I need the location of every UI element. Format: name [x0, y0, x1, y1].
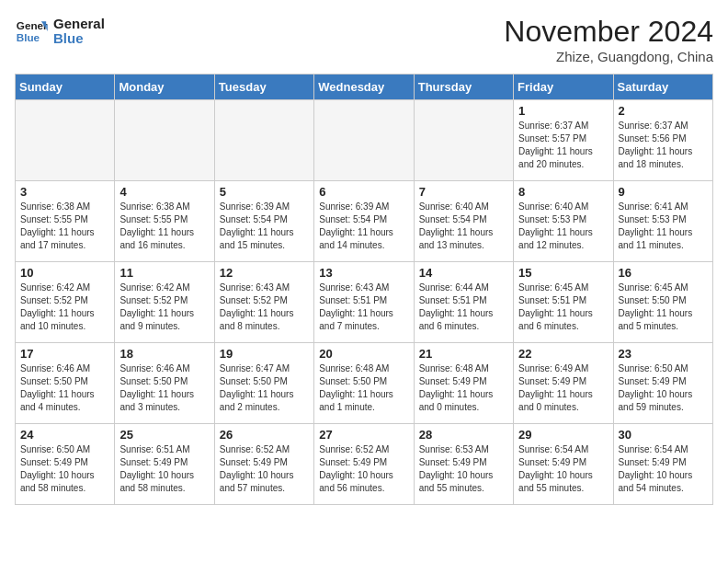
calendar-table: SundayMondayTuesdayWednesdayThursdayFrid… — [15, 74, 713, 505]
day-number: 14 — [419, 266, 508, 280]
day-cell: 5Sunrise: 6:39 AMSunset: 5:54 PMDaylight… — [214, 181, 313, 262]
day-cell: 26Sunrise: 6:52 AMSunset: 5:49 PMDayligh… — [214, 424, 313, 505]
title-area: November 2024 Zhize, Guangdong, China — [504, 15, 713, 64]
week-row-1: 1Sunrise: 6:37 AMSunset: 5:57 PMDaylight… — [16, 100, 713, 181]
day-cell: 13Sunrise: 6:43 AMSunset: 5:51 PMDayligh… — [314, 262, 414, 343]
weekday-header-saturday: Saturday — [613, 75, 712, 100]
day-cell: 23Sunrise: 6:50 AMSunset: 5:49 PMDayligh… — [613, 343, 712, 424]
day-number: 29 — [518, 428, 608, 442]
day-detail: Sunrise: 6:51 AMSunset: 5:49 PMDaylight:… — [119, 443, 209, 495]
logo: General Blue General Blue — [15, 15, 105, 48]
day-cell: 25Sunrise: 6:51 AMSunset: 5:49 PMDayligh… — [115, 424, 214, 505]
day-detail: Sunrise: 6:38 AMSunset: 5:55 PMDaylight:… — [20, 201, 109, 252]
weekday-header-thursday: Thursday — [414, 75, 513, 100]
day-number: 20 — [319, 347, 408, 361]
day-cell: 15Sunrise: 6:45 AMSunset: 5:51 PMDayligh… — [514, 262, 613, 343]
day-detail: Sunrise: 6:37 AMSunset: 5:56 PMDaylight:… — [619, 120, 708, 171]
day-number: 7 — [419, 185, 508, 199]
day-detail: Sunrise: 6:40 AMSunset: 5:54 PMDaylight:… — [419, 201, 508, 252]
day-number: 4 — [119, 185, 209, 199]
weekday-header-row: SundayMondayTuesdayWednesdayThursdayFrid… — [16, 75, 713, 100]
day-cell: 8Sunrise: 6:40 AMSunset: 5:53 PMDaylight… — [514, 181, 613, 262]
day-number: 26 — [220, 428, 309, 442]
day-detail: Sunrise: 6:54 AMSunset: 5:49 PMDaylight:… — [619, 443, 708, 495]
day-cell: 21Sunrise: 6:48 AMSunset: 5:49 PMDayligh… — [414, 343, 513, 424]
location-title: Zhize, Guangdong, China — [504, 49, 713, 64]
day-number: 28 — [419, 428, 508, 442]
day-cell: 20Sunrise: 6:48 AMSunset: 5:50 PMDayligh… — [314, 343, 414, 424]
day-cell: 16Sunrise: 6:45 AMSunset: 5:50 PMDayligh… — [613, 262, 712, 343]
logo-icon: General Blue — [15, 15, 48, 48]
logo-line2: Blue — [53, 31, 105, 47]
day-number: 16 — [619, 266, 708, 280]
day-cell — [214, 100, 313, 181]
day-detail: Sunrise: 6:47 AMSunset: 5:50 PMDaylight:… — [220, 362, 309, 414]
day-number: 15 — [518, 266, 608, 280]
day-detail: Sunrise: 6:37 AMSunset: 5:57 PMDaylight:… — [518, 120, 608, 171]
day-detail: Sunrise: 6:52 AMSunset: 5:49 PMDaylight:… — [220, 443, 309, 495]
day-cell: 19Sunrise: 6:47 AMSunset: 5:50 PMDayligh… — [214, 343, 313, 424]
day-cell: 4Sunrise: 6:38 AMSunset: 5:55 PMDaylight… — [115, 181, 214, 262]
day-number: 24 — [20, 428, 109, 442]
day-number: 13 — [319, 266, 408, 280]
day-number: 11 — [119, 266, 209, 280]
day-cell — [314, 100, 414, 181]
weekday-header-wednesday: Wednesday — [314, 75, 414, 100]
day-cell: 14Sunrise: 6:44 AMSunset: 5:51 PMDayligh… — [414, 262, 513, 343]
week-row-2: 3Sunrise: 6:38 AMSunset: 5:55 PMDaylight… — [16, 181, 713, 262]
day-number: 19 — [220, 347, 309, 361]
weekday-header-monday: Monday — [115, 75, 214, 100]
svg-text:Blue: Blue — [17, 31, 40, 43]
day-cell: 1Sunrise: 6:37 AMSunset: 5:57 PMDaylight… — [514, 100, 613, 181]
day-cell: 2Sunrise: 6:37 AMSunset: 5:56 PMDaylight… — [613, 100, 712, 181]
day-number: 25 — [119, 428, 209, 442]
day-cell: 27Sunrise: 6:52 AMSunset: 5:49 PMDayligh… — [314, 424, 414, 505]
day-detail: Sunrise: 6:50 AMSunset: 5:49 PMDaylight:… — [619, 362, 708, 414]
day-number: 18 — [119, 347, 209, 361]
day-detail: Sunrise: 6:52 AMSunset: 5:49 PMDaylight:… — [319, 443, 408, 495]
day-detail: Sunrise: 6:53 AMSunset: 5:49 PMDaylight:… — [419, 443, 508, 495]
day-number: 30 — [619, 428, 708, 442]
day-number: 6 — [319, 185, 408, 199]
day-detail: Sunrise: 6:44 AMSunset: 5:51 PMDaylight:… — [419, 282, 508, 333]
weekday-header-friday: Friday — [514, 75, 613, 100]
day-detail: Sunrise: 6:39 AMSunset: 5:54 PMDaylight:… — [220, 201, 309, 252]
day-detail: Sunrise: 6:48 AMSunset: 5:49 PMDaylight:… — [419, 362, 508, 414]
day-cell: 3Sunrise: 6:38 AMSunset: 5:55 PMDaylight… — [16, 181, 115, 262]
day-cell: 24Sunrise: 6:50 AMSunset: 5:49 PMDayligh… — [16, 424, 115, 505]
day-number: 21 — [419, 347, 508, 361]
day-number: 23 — [619, 347, 708, 361]
day-cell: 28Sunrise: 6:53 AMSunset: 5:49 PMDayligh… — [414, 424, 513, 505]
day-number: 2 — [619, 104, 708, 118]
day-number: 1 — [518, 104, 608, 118]
day-cell: 18Sunrise: 6:46 AMSunset: 5:50 PMDayligh… — [115, 343, 214, 424]
day-cell — [414, 100, 513, 181]
day-cell — [16, 100, 115, 181]
day-number: 5 — [220, 185, 309, 199]
day-cell: 22Sunrise: 6:49 AMSunset: 5:49 PMDayligh… — [514, 343, 613, 424]
month-title: November 2024 — [504, 15, 713, 49]
day-detail: Sunrise: 6:41 AMSunset: 5:53 PMDaylight:… — [619, 201, 708, 252]
day-detail: Sunrise: 6:38 AMSunset: 5:55 PMDaylight:… — [119, 201, 209, 252]
day-cell: 9Sunrise: 6:41 AMSunset: 5:53 PMDaylight… — [613, 181, 712, 262]
day-detail: Sunrise: 6:46 AMSunset: 5:50 PMDaylight:… — [119, 362, 209, 414]
header-area: General Blue General Blue November 2024 … — [15, 15, 713, 64]
day-number: 10 — [20, 266, 109, 280]
day-cell: 10Sunrise: 6:42 AMSunset: 5:52 PMDayligh… — [16, 262, 115, 343]
day-detail: Sunrise: 6:50 AMSunset: 5:49 PMDaylight:… — [20, 443, 109, 495]
day-cell: 11Sunrise: 6:42 AMSunset: 5:52 PMDayligh… — [115, 262, 214, 343]
weekday-header-sunday: Sunday — [16, 75, 115, 100]
day-number: 22 — [518, 347, 608, 361]
day-detail: Sunrise: 6:42 AMSunset: 5:52 PMDaylight:… — [119, 282, 209, 333]
week-row-5: 24Sunrise: 6:50 AMSunset: 5:49 PMDayligh… — [16, 424, 713, 505]
day-detail: Sunrise: 6:45 AMSunset: 5:51 PMDaylight:… — [518, 282, 608, 333]
day-detail: Sunrise: 6:43 AMSunset: 5:52 PMDaylight:… — [220, 282, 309, 333]
day-cell: 6Sunrise: 6:39 AMSunset: 5:54 PMDaylight… — [314, 181, 414, 262]
day-number: 3 — [20, 185, 109, 199]
day-cell: 29Sunrise: 6:54 AMSunset: 5:49 PMDayligh… — [514, 424, 613, 505]
day-number: 9 — [619, 185, 708, 199]
day-detail: Sunrise: 6:45 AMSunset: 5:50 PMDaylight:… — [619, 282, 708, 333]
svg-text:General: General — [17, 19, 48, 31]
day-number: 8 — [518, 185, 608, 199]
day-cell: 7Sunrise: 6:40 AMSunset: 5:54 PMDaylight… — [414, 181, 513, 262]
